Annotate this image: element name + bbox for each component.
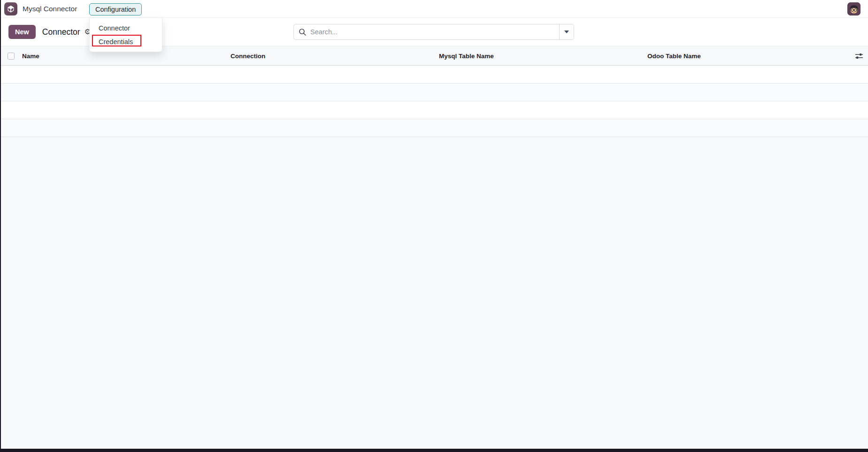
search-filters-toggle[interactable] (559, 24, 574, 39)
search-bar (293, 24, 574, 40)
table-row (0, 101, 868, 119)
app-name: Mysql Connector (23, 5, 77, 13)
caret-down-icon (564, 31, 569, 33)
select-all-checkbox[interactable] (8, 53, 15, 60)
search-input[interactable] (307, 24, 559, 39)
breadcrumb-title: Connector (42, 27, 80, 37)
table-row (0, 84, 868, 101)
table-body (0, 66, 868, 137)
table-row (0, 66, 868, 84)
app-cube-icon (4, 2, 17, 15)
table-row (0, 119, 868, 137)
optional-columns-icon[interactable] (850, 53, 868, 60)
column-header-mysql-table-name[interactable]: Mysql Table Name (439, 53, 647, 60)
new-button[interactable]: New (8, 25, 36, 39)
user-avatar[interactable] (847, 2, 860, 15)
menu-item-credentials[interactable]: Credentials (90, 35, 162, 48)
window-bottom-edge (0, 449, 868, 452)
column-header-odoo-table-name[interactable]: Odoo Table Name (647, 53, 850, 60)
configuration-dropdown-menu: Connector Credentials (89, 17, 162, 52)
app-home-button[interactable]: Mysql Connector (4, 2, 77, 15)
menu-configuration[interactable]: Configuration (89, 3, 142, 15)
column-header-connection[interactable]: Connection (230, 53, 439, 60)
top-navbar: Mysql Connector Configuration (0, 0, 868, 18)
search-icon (299, 28, 307, 36)
column-header-name[interactable]: Name (22, 53, 230, 60)
menu-item-connector[interactable]: Connector (90, 21, 162, 35)
odoo-window: Mysql Connector Configuration New Connec… (0, 0, 868, 452)
window-left-edge (0, 0, 1, 452)
